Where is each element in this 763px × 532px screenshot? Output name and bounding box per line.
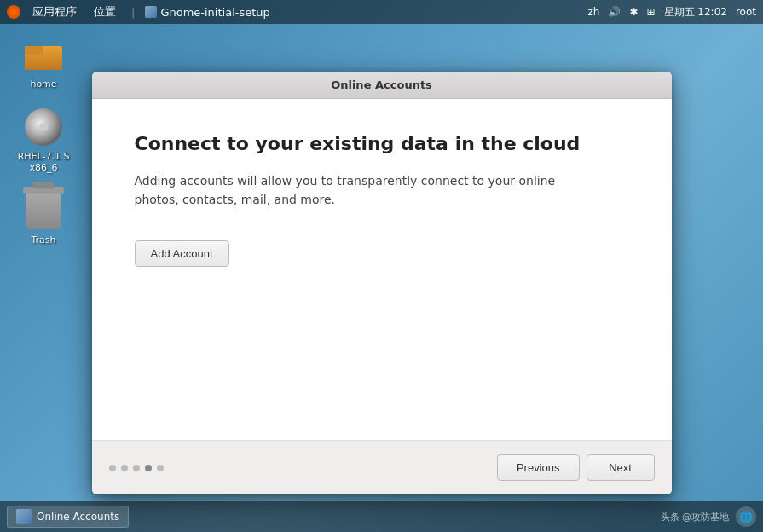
dialog-titlebar: Online Accounts <box>92 72 672 99</box>
online-accounts-dialog: Online Accounts Connect to your existing… <box>92 72 672 494</box>
dot-2 <box>121 465 128 471</box>
active-window-title: Gnome-initial-setup <box>145 6 269 19</box>
dialog-heading: Connect to your existing data in the clo… <box>135 133 629 154</box>
separator: | <box>131 6 135 19</box>
dialog-footer: Previous Next <box>92 440 672 494</box>
window-icon <box>145 6 157 18</box>
dialog-content: Connect to your existing data in the clo… <box>92 99 672 440</box>
app-menu-icon <box>7 5 20 19</box>
user-menu[interactable]: root <box>736 6 756 18</box>
window-title-text: Gnome-initial-setup <box>160 6 269 19</box>
taskbar-bottom-item[interactable]: Online Accounts <box>7 506 129 528</box>
previous-button[interactable]: Previous <box>497 454 580 481</box>
dialog-description: Adding accounts will allow you to transp… <box>135 171 578 210</box>
dot-3 <box>133 465 140 471</box>
location-menu[interactable]: 位置 <box>89 3 121 21</box>
network-badge-icon: 🌐 <box>736 506 756 527</box>
footer-buttons: Previous Next <box>497 454 655 481</box>
volume-icon[interactable]: 🔊 <box>608 6 621 18</box>
language-indicator[interactable]: zh <box>588 6 600 18</box>
taskbar-item-icon <box>16 509 32 524</box>
taskbar-bottom: Online Accounts 头条 @攻防基地 🌐 <box>0 501 763 532</box>
add-account-button[interactable]: Add Account <box>135 240 229 267</box>
next-button[interactable]: Next <box>587 454 655 481</box>
taskbar-bottom-right: 头条 @攻防基地 🌐 <box>661 506 757 527</box>
desktop: 应用程序 位置 | Gnome-initial-setup zh 🔊 ✱ ⊞ 星… <box>0 0 763 532</box>
taskbar-right: zh 🔊 ✱ ⊞ 星期五 12:02 root <box>588 5 757 20</box>
network-icon[interactable]: ⊞ <box>646 6 655 18</box>
watermark: 头条 @攻防基地 <box>661 511 730 523</box>
dot-1 <box>109 465 116 471</box>
taskbar-item-label: Online Accounts <box>37 511 119 523</box>
dialog-title: Online Accounts <box>331 78 432 91</box>
bluetooth-icon[interactable]: ✱ <box>629 6 638 18</box>
datetime[interactable]: 星期五 12:02 <box>664 5 727 20</box>
dialog-overlay: Online Accounts Connect to your existing… <box>0 0 763 532</box>
dot-5 <box>157 465 164 471</box>
taskbar-top: 应用程序 位置 | Gnome-initial-setup zh 🔊 ✱ ⊞ 星… <box>0 0 763 24</box>
app-menu[interactable]: 应用程序 <box>27 3 82 21</box>
dot-4 <box>145 465 152 471</box>
pagination-dots <box>109 465 164 471</box>
